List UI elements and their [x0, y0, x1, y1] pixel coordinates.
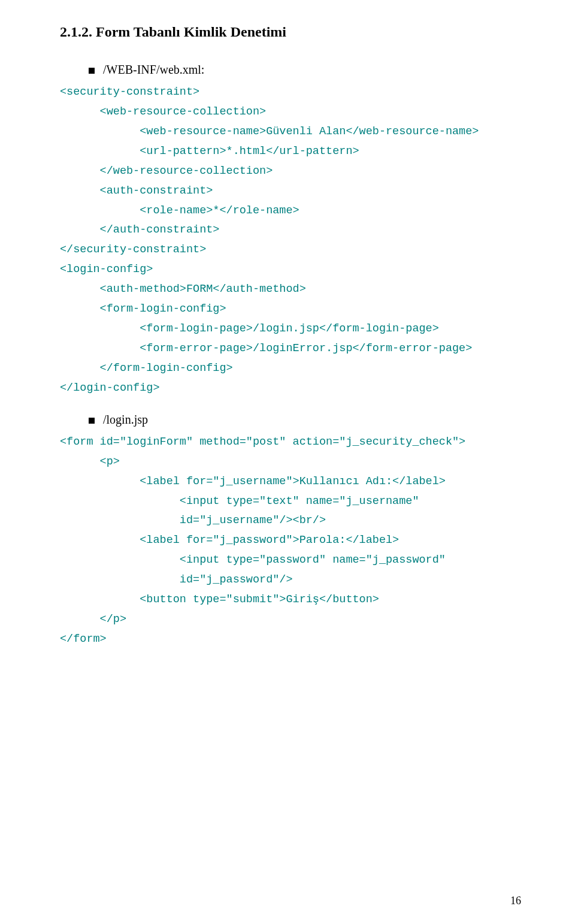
bullet-label: /login.jsp [103, 413, 148, 427]
section-heading: 2.1.2. Form Tabanlı Kimlik Denetimi [60, 24, 521, 40]
code-block-loginjsp: <form id="loginForm" method="post" actio… [60, 433, 521, 650]
bullet-item: /WEB-INF/web.xml: [89, 63, 521, 77]
page-number: 16 [510, 895, 521, 907]
bullet-item: /login.jsp [89, 413, 521, 427]
square-bullet-icon [89, 418, 95, 424]
square-bullet-icon [89, 68, 95, 74]
bullet-label: /WEB-INF/web.xml: [103, 63, 204, 77]
code-block-webxml: <security-constraint> <web-resource-coll… [60, 83, 521, 398]
